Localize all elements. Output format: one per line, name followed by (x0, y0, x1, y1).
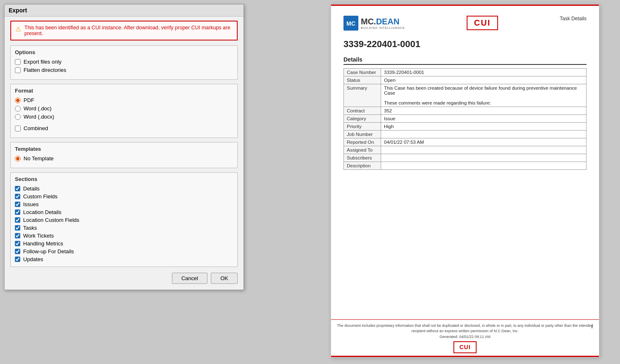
row-label: Status (344, 76, 381, 84)
warning-icon: ⚠ (15, 25, 21, 33)
table-row: Case Number3339-220401-0001 (344, 69, 587, 76)
table-row: Subscribers (344, 154, 587, 162)
format-doc-radio[interactable] (15, 106, 21, 112)
footer-generated: Generated: 04/01/22 09:11 AM (335, 334, 595, 340)
details-table: Case Number3339-220401-0001StatusOpenSum… (343, 68, 587, 170)
section-issues-checkbox[interactable] (15, 202, 20, 207)
row-value (381, 146, 587, 154)
row-label: Priority (344, 123, 381, 131)
row-label: Reported On (344, 138, 381, 146)
page-number: 1 (591, 323, 593, 330)
format-section: Format PDF Word (.doc) Word (.docx) Comb… (10, 84, 238, 138)
section-issues-label: Issues (23, 201, 39, 207)
row-value: This Case has been created because of de… (381, 84, 587, 107)
generated-label: Generated: 04/01/22 09:11 AM (439, 335, 490, 339)
format-doc-label: Word (.doc) (24, 105, 52, 112)
row-value (381, 131, 587, 138)
logo-dean: DEAN (376, 17, 400, 26)
templates-section: Templates No Template (10, 142, 238, 168)
row-value: 04/01/22 07:53 AM (381, 138, 587, 146)
section-location-custom-fields-checkbox[interactable] (15, 217, 20, 223)
table-row: SummaryThis Case has been created becaus… (344, 84, 587, 107)
document-preview: MC MC.DEAN BUILDING INTELLIGENCE CUI Tas… (331, 4, 599, 357)
section-details-label: Details (23, 186, 40, 192)
table-row: PriorityHigh (344, 123, 587, 131)
format-pdf-label: PDF (24, 97, 34, 103)
export-dialog: Export ⚠ This has been identified as a C… (4, 4, 244, 290)
section-follow-up-checkbox[interactable] (15, 249, 20, 254)
dialog-body: ⚠ This has been identified as a CUI inst… (5, 17, 243, 290)
section-follow-up: Follow-up For Details (15, 248, 233, 255)
row-label: Subscribers (344, 154, 381, 162)
section-tasks-checkbox[interactable] (15, 225, 20, 231)
row-value: 3339-220401-0001 (381, 69, 587, 76)
export-files-only-row: Export files only (15, 59, 233, 65)
row-value: 352 (381, 107, 587, 115)
logo-text-block: MC.DEAN BUILDING INTELLIGENCE (361, 17, 405, 29)
ok-button[interactable]: OK (211, 273, 238, 284)
mc-dean-logo: MC MC.DEAN BUILDING INTELLIGENCE (343, 16, 405, 31)
row-value: Open (381, 76, 587, 84)
section-custom-fields-checkbox[interactable] (15, 194, 20, 199)
section-location-custom-fields: Location Custom Fields (15, 217, 233, 223)
row-value (381, 162, 587, 170)
export-files-only-label: Export files only (24, 59, 62, 65)
details-section-title: Details (343, 56, 587, 65)
section-details-checkbox[interactable] (15, 186, 20, 191)
doc-content: MC MC.DEAN BUILDING INTELLIGENCE CUI Tas… (331, 6, 599, 319)
format-doc-row: Word (.doc) (15, 105, 233, 112)
export-files-only-checkbox[interactable] (15, 59, 21, 65)
mc-dean-logo-icon: MC (343, 16, 358, 31)
row-label: Description (344, 162, 381, 170)
logo-mc: MC. (361, 17, 376, 26)
row-label: Category (344, 115, 381, 123)
flatten-directories-label: Flatten directories (24, 67, 66, 73)
templates-legend: Templates (15, 146, 233, 152)
combined-checkbox[interactable] (15, 126, 21, 131)
section-location-details-checkbox[interactable] (15, 209, 20, 215)
section-custom-fields: Custom Fields (15, 193, 233, 200)
row-label: Assigned To (344, 146, 381, 154)
format-pdf-row: PDF (15, 97, 233, 103)
section-updates: Updates (15, 256, 233, 262)
dialog-title-text: Export (9, 7, 27, 14)
section-location-details-label: Location Details (23, 209, 62, 215)
flatten-directories-checkbox[interactable] (15, 67, 21, 73)
section-tasks: Tasks (15, 225, 233, 231)
doc-border-bottom (331, 356, 599, 357)
format-docx-radio[interactable] (15, 114, 21, 120)
table-row: Assigned To (344, 146, 587, 154)
section-location-custom-fields-label: Location Custom Fields (23, 217, 79, 223)
options-legend: Options (15, 49, 233, 55)
section-location-details: Location Details (15, 209, 233, 215)
flatten-directories-row: Flatten directories (15, 67, 233, 73)
format-docx-row: Word (.docx) (15, 114, 233, 120)
dialog-title: Export (5, 5, 243, 17)
cui-warning-text: This has been identified as a CUI instan… (24, 25, 233, 36)
format-pdf-radio[interactable] (15, 98, 21, 103)
sections-legend: Sections (15, 176, 233, 182)
no-template-radio[interactable] (15, 156, 21, 162)
cui-badge-top: CUI (467, 16, 498, 30)
section-handling-metrics-checkbox[interactable] (15, 241, 20, 246)
no-template-label: No Template (24, 155, 54, 162)
table-row: Reported On04/01/22 07:53 AM (344, 138, 587, 146)
cancel-button[interactable]: Cancel (172, 273, 207, 284)
combined-row: Combined (15, 125, 233, 131)
table-row: CategoryIssue (344, 115, 587, 123)
format-legend: Format (15, 88, 233, 94)
section-details: Details (15, 186, 233, 192)
no-template-row: No Template (15, 155, 233, 162)
section-follow-up-label: Follow-up For Details (23, 248, 74, 255)
section-handling-metrics: Handling Metrics (15, 240, 233, 247)
logo-tagline: BUILDING INTELLIGENCE (361, 26, 405, 29)
sections-section: Sections Details Custom Fields Issues Lo… (10, 172, 238, 267)
section-work-tickets-label: Work Tickets (23, 233, 54, 239)
row-label: Job Number (344, 131, 381, 138)
section-updates-checkbox[interactable] (15, 257, 20, 262)
footer-text: The document includes proprietary inform… (335, 323, 595, 334)
section-work-tickets-checkbox[interactable] (15, 233, 20, 238)
row-label: Case Number (344, 69, 381, 76)
svg-text:MC: MC (346, 20, 355, 27)
doc-header: MC MC.DEAN BUILDING INTELLIGENCE CUI Tas… (343, 16, 587, 31)
